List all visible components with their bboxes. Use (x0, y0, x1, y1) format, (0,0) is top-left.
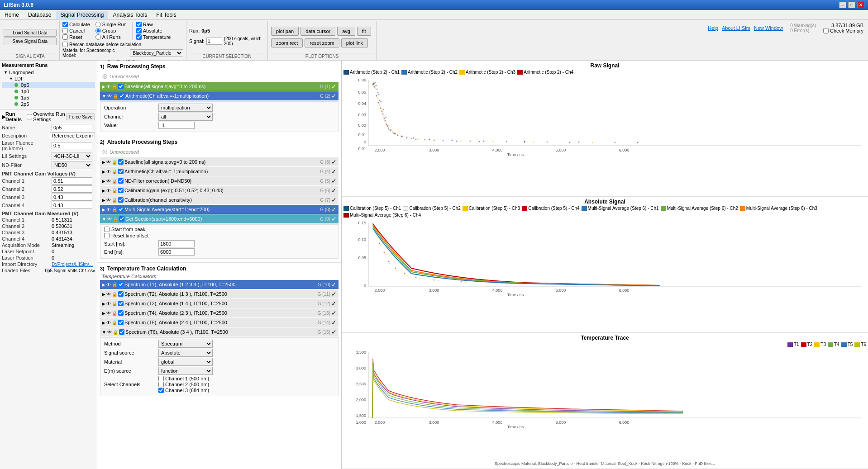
abs-step6-toggle[interactable]: ✓ (331, 187, 337, 194)
raw-step-1[interactable]: ▶ 👁 🔒 Baseline(all signals;avg=0 to 200 … (100, 82, 339, 91)
all-runs-radio[interactable] (95, 34, 101, 40)
group-radio[interactable] (95, 28, 101, 33)
close-btn[interactable]: ✕ (857, 2, 864, 8)
force-save-btn[interactable]: Force Save (67, 114, 95, 120)
description-input[interactable] (50, 132, 95, 139)
abs-step-8[interactable]: ▶ 👁 🔒 Multi-Signal Average(start=1;end=2… (100, 205, 339, 214)
abs-step9-check[interactable] (119, 216, 124, 222)
pmt-ch2-volt-input[interactable] (52, 185, 92, 193)
load-signal-btn[interactable]: Load Signal Data (4, 29, 57, 37)
single-run-radio[interactable] (95, 22, 101, 27)
abs-step5-eye[interactable]: 👁 (106, 179, 111, 184)
absolute-checkbox[interactable] (136, 28, 142, 33)
abs-step6-eye[interactable]: 👁 (106, 188, 111, 193)
check-memory-checkbox[interactable] (823, 28, 829, 33)
absolute-checkbox-row[interactable]: Absolute (136, 28, 171, 33)
data-cursor-btn[interactable]: data cursor (300, 27, 335, 36)
reset-checkbox-row[interactable]: Reset (62, 34, 90, 40)
laser-fluence-input[interactable] (52, 142, 92, 149)
abs-step8-check[interactable] (118, 207, 124, 212)
start-from-peak-check[interactable] (104, 227, 110, 232)
cancel-checkbox[interactable] (62, 28, 68, 33)
abs-step3-check[interactable] (118, 159, 124, 165)
temp-step6-toggle[interactable]: ✓ (331, 328, 337, 336)
help-link[interactable]: Help (708, 25, 718, 31)
abs-step4-expand[interactable]: ▶ (102, 169, 105, 174)
all-runs-radio-row[interactable]: All Runs (95, 34, 127, 40)
pmt-ch1-volt-input[interactable] (52, 177, 92, 185)
temp-step2-check[interactable] (118, 291, 124, 297)
raw-checkbox[interactable] (136, 22, 142, 27)
material-param-select[interactable]: global (158, 358, 213, 366)
temp-step3-eye[interactable]: 👁 (106, 301, 111, 306)
abs-step4-check[interactable] (118, 169, 124, 174)
menu-database[interactable]: Database (24, 11, 56, 19)
value-input[interactable] (158, 122, 195, 129)
run-1p5[interactable]: 1p5 (2, 95, 95, 101)
temp-step5-eye[interactable]: 👁 (106, 320, 111, 325)
raw-step-2[interactable]: ▼ 👁 🔒 Arithmetic(Ch all;val=-1;multiplic… (100, 91, 339, 100)
abs-step7-expand[interactable]: ▶ (102, 198, 105, 203)
temperature-checkbox-row[interactable]: Temperature (136, 34, 171, 40)
abs-step6-check[interactable] (118, 188, 124, 193)
group-radio-row[interactable]: Group (95, 28, 127, 33)
abs-step-6[interactable]: ▶ 👁 🔒 Calibration(gain (exp); 0.51; 0.52… (100, 186, 339, 195)
fit-btn[interactable]: fit (357, 27, 371, 36)
run-0p5[interactable]: 0p5 (2, 82, 95, 88)
temp-step1-eye[interactable]: 👁 (106, 282, 111, 287)
temp-step3-toggle[interactable]: ✓ (331, 300, 337, 307)
rescan-checkbox[interactable] (62, 42, 68, 47)
temp-step5-toggle[interactable]: ✓ (331, 319, 337, 326)
abs-step8-toggle[interactable]: ✓ (331, 206, 337, 213)
channel2-500-check[interactable] (158, 382, 164, 387)
abs-step3-expand[interactable]: ▶ (102, 160, 105, 165)
abs-step6-expand[interactable]: ▶ (102, 188, 105, 193)
temp-step6-eye[interactable]: 👁 (107, 330, 112, 335)
signal-source-select[interactable]: Absolute (158, 349, 213, 357)
lii-settings-select[interactable]: 4CH-3C-LII (52, 152, 92, 160)
temperature-checkbox[interactable] (136, 34, 142, 40)
save-signal-btn[interactable]: Save Signal Data (4, 38, 57, 45)
abs-step-3[interactable]: ▶ 👁 🔒 Baseline(all signals;avg=0 to 200 … (100, 157, 339, 166)
operation-select[interactable]: multiplication (158, 104, 213, 112)
temp-step6-check[interactable] (119, 329, 124, 335)
single-run-radio-row[interactable]: Single Run (95, 22, 127, 27)
raw-step2-eye[interactable]: 👁 (107, 94, 112, 99)
temp-step-4[interactable]: ▶ 👁 🔒 Spectrum (T4), Absolute (2 3 ), IT… (100, 308, 339, 317)
abs-step-9[interactable]: ▼ 👁 🔒 Get Section(start=1800;end=6000) G… (100, 214, 339, 223)
plot-pan-btn[interactable]: plot pan (271, 27, 299, 36)
menu-signal-processing[interactable]: Signal Processing (56, 11, 108, 19)
menu-fit-tools[interactable]: Fit Tools (152, 11, 181, 19)
abs-step5-toggle[interactable]: ✓ (331, 177, 337, 185)
raw-step1-toggle[interactable]: ✓ (331, 83, 337, 90)
abs-step-7[interactable]: ▶ 👁 🔒 Calibration(channel sensitivity) G… (100, 195, 339, 204)
cancel-checkbox-row[interactable]: Cancel (62, 28, 90, 33)
nd-filter-select[interactable]: ND50 (52, 161, 92, 169)
abs-step4-eye[interactable]: 👁 (106, 169, 111, 174)
overwrite-checkbox[interactable] (27, 114, 32, 119)
channel1-500-row[interactable]: Channel 1 (500 nm) (158, 376, 209, 381)
raw-step2-expand[interactable]: ▼ (102, 94, 106, 99)
ungrouped-item[interactable]: ▼ Ungrouped (2, 69, 95, 76)
temp-step5-expand[interactable]: ▶ (102, 320, 105, 325)
raw-checkbox-row[interactable]: Raw (136, 22, 171, 27)
material-select[interactable]: Blackbody_Particle (130, 49, 183, 57)
maximize-btn[interactable]: □ (848, 2, 855, 8)
temp-step-1[interactable]: ▶ 👁 🔒 Spectrum (T1), Absolute (1 2 3 4 )… (100, 280, 339, 289)
avg-btn[interactable]: avg (337, 27, 355, 36)
pmt-ch3-volt-input[interactable] (52, 194, 92, 201)
temp-step4-eye[interactable]: 👁 (106, 311, 111, 316)
raw-step2-toggle[interactable]: ✓ (331, 92, 337, 99)
about-link[interactable]: About LIISim (722, 25, 750, 31)
method-select[interactable]: Spectrum (158, 340, 213, 348)
end-ns-input[interactable] (158, 248, 195, 256)
temp-step3-check[interactable] (118, 301, 124, 306)
abs-step4-toggle[interactable]: ✓ (331, 168, 337, 175)
abs-step9-expand[interactable]: ▼ (102, 217, 106, 222)
temp-step6-expand[interactable]: ▼ (102, 330, 106, 335)
temp-step4-toggle[interactable]: ✓ (331, 309, 337, 317)
reset-time-offset-check[interactable] (104, 233, 110, 238)
menu-home[interactable]: Home (0, 11, 24, 19)
abs-step5-check[interactable] (118, 178, 124, 184)
temp-step1-toggle[interactable]: ✓ (331, 281, 337, 288)
